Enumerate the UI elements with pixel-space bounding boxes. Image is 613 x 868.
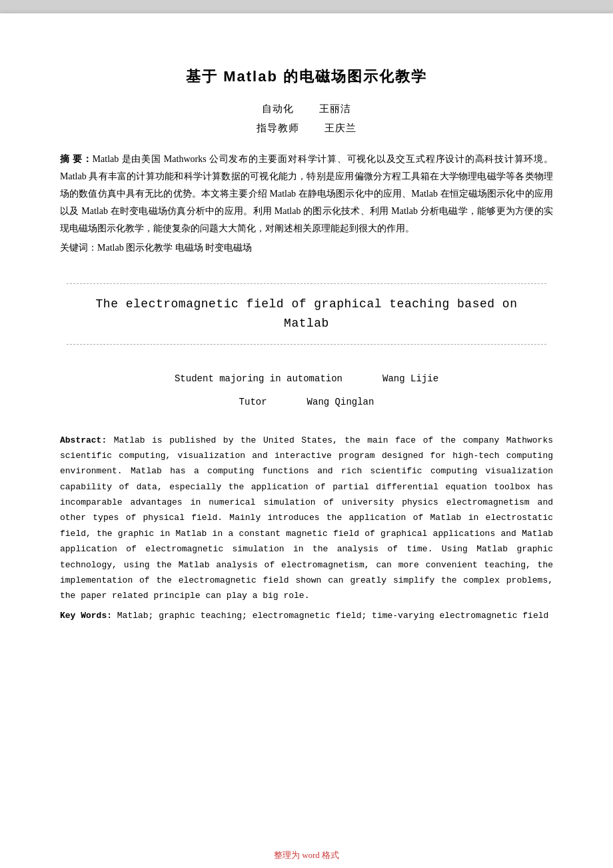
keywords-cn-text: Matlab 图示化教学 电磁场 时变电磁场 [97, 243, 252, 253]
student-line-en: Student majoring in automation Wang Liji… [60, 369, 553, 389]
keywords-en: Key Words: Matlab; graphic teaching; ele… [60, 608, 553, 623]
tutor-label: 指导教师 [257, 123, 299, 133]
tutor-line-en: Tutor Wang Qinglan [60, 392, 553, 413]
student-label-en: Student majoring in automation [175, 369, 342, 389]
author-en-section: Student majoring in automation Wang Liji… [60, 369, 553, 413]
keywords-en-label: Key Words: [60, 611, 112, 621]
student-name-en: Wang Lijie [382, 369, 438, 389]
divider-section: The electromagnetic field of graphical t… [60, 283, 553, 345]
document-page: 基于 Matlab 的电磁场图示化教学 自动化 王丽洁 指导教师 王庆兰 摘 要… [0, 13, 613, 868]
author-name: 王丽洁 [319, 103, 351, 114]
keywords-cn: 关键词：Matlab 图示化教学 电磁场 时变电磁场 [60, 239, 553, 257]
title-en-line1: The electromagnetic field of graphical t… [80, 295, 533, 314]
tutor-label-en: Tutor [239, 392, 267, 413]
abstract-en-label: Abstract: [60, 435, 107, 445]
abstract-en-text: Matlab is published by the United States… [60, 435, 553, 601]
keywords-cn-label: 关键词： [60, 243, 97, 253]
title-cn: 基于 Matlab 的电磁场图示化教学 [60, 67, 553, 87]
tutor-name: 王庆兰 [324, 123, 356, 133]
abstract-cn-text: Matlab 是由美国 Mathworks 公司发布的主要面对科学计算、可视化以… [60, 154, 553, 233]
footer-text: 整理为 word 格式 [274, 850, 339, 860]
title-en: The electromagnetic field of graphical t… [67, 283, 546, 345]
footer: 整理为 word 格式 [0, 849, 613, 861]
abstract-en: Abstract: Matlab is published by the Uni… [60, 433, 553, 604]
author-section: 自动化 王丽洁 指导教师 王庆兰 [60, 103, 553, 135]
keywords-en-text: Matlab; graphic teaching; electromagneti… [112, 611, 548, 621]
author-line: 自动化 王丽洁 [60, 103, 553, 115]
author-label: 自动化 [262, 103, 294, 114]
abstract-cn-label: 摘 要： [60, 154, 93, 164]
abstract-cn: 摘 要：Matlab 是由美国 Mathworks 公司发布的主要面对科学计算、… [60, 151, 553, 237]
title-en-line2: Matlab [80, 314, 533, 333]
tutor-name-en: Wang Qinglan [307, 392, 374, 413]
tutor-line: 指导教师 王庆兰 [60, 122, 553, 135]
